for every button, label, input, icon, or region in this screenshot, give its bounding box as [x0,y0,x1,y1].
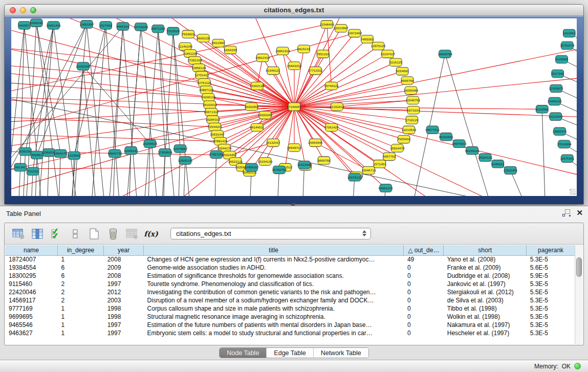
column-header-in_degree[interactable]: in_degree [57,245,103,255]
column-header-title[interactable]: title [144,245,404,255]
network-edge[interactable] [129,150,131,196]
network-node[interactable]: 10858124 [191,64,206,72]
float-panel-icon[interactable] [562,209,570,216]
network-node[interactable]: 20671312 [204,108,219,116]
network-canvas[interactable]: 9405571064248306914061065328715276028466… [11,18,577,196]
network-edge[interactable] [158,29,175,196]
table-row[interactable]: 1830029562008Estimation of significance … [5,272,575,280]
network-node[interactable]: 21053346 [76,62,91,70]
network-node[interactable]: 12213533 [402,126,417,134]
network-edge[interactable] [11,26,123,166]
window-resize-grip[interactable] [570,189,576,195]
network-node[interactable]: 18300295 [258,111,273,119]
table-row[interactable]: 1456911722003Disruption of a novel membe… [5,296,575,304]
network-node[interactable]: 10046756 [406,96,421,104]
tab-edge-table[interactable]: Edge Table [267,348,313,358]
tab-network-table[interactable]: Network Table [314,348,368,358]
network-edge[interactable] [86,25,104,196]
network-node[interactable]: 7485063 [361,35,374,43]
network-node[interactable]: 16861913 [275,47,290,55]
table-row[interactable]: 2242004622012Investigating the contribut… [5,288,575,296]
tab-node-table[interactable]: Node Table [220,348,267,358]
table-row[interactable]: 946362711997Embryonic stem cells: a mode… [5,329,575,337]
network-node[interactable]: 9227342 [551,70,564,77]
select-rows-button[interactable] [50,227,63,240]
network-node[interactable]: 17081334 [187,56,202,64]
show-columns-button[interactable] [31,227,44,240]
network-node[interactable]: 16782759 [272,166,287,173]
network-node[interactable]: 5873334 [407,106,420,114]
delete-column-button[interactable] [106,227,120,240]
network-node[interactable]: 15654945 [308,139,323,146]
row-height-button[interactable] [69,227,82,240]
network-node[interactable]: 16648784 [438,50,452,58]
network-edge[interactable] [113,154,115,196]
network-node[interactable]: 15843312 [287,62,302,70]
column-header-year[interactable]: year [104,245,144,255]
network-node[interactable]: 17359924 [158,148,172,156]
network-node[interactable]: 1112451 [563,29,575,37]
network-node[interactable]: 1064248 [30,19,43,27]
network-node[interactable]: 8660128 [197,34,210,42]
column-header-pagerank[interactable]: pagerank [527,245,575,255]
network-node[interactable]: 8912994 [212,39,225,47]
network-node[interactable]: 10719155 [134,23,148,31]
network-node[interactable]: 9457791 [383,152,396,160]
network-node[interactable]: 1654339 [224,46,237,54]
network-node[interactable]: 16914479 [390,144,405,152]
memory-status-icon[interactable] [574,363,581,369]
network-node[interactable]: 9154691 [396,67,409,75]
network-node[interactable]: 15075133 [347,173,362,181]
network-node[interactable]: 15154139 [258,158,273,165]
zoom-window-icon[interactable] [30,7,36,13]
network-node[interactable]: 9619131 [297,45,310,53]
network-node[interactable]: 7515526 [167,27,180,35]
network-node[interactable]: 14206134 [201,94,216,101]
network-node[interactable]: 12213967 [334,25,349,32]
network-node[interactable]: 17016504 [557,140,572,148]
network-node[interactable]: 7625402 [398,135,410,143]
network-node[interactable]: 17957253 [209,150,224,158]
network-node[interactable]: 16671355 [151,25,166,33]
network-node[interactable]: 17240051 [287,103,302,111]
network-edge[interactable] [11,167,243,169]
column-header-short[interactable]: short [444,245,527,255]
network-node[interactable]: 1571453 [374,160,386,168]
network-edge[interactable] [542,109,545,196]
network-edge[interactable] [294,107,577,177]
network-node[interactable]: 850561 [31,151,43,159]
minimize-window-icon[interactable] [20,7,26,13]
network-node[interactable]: 9245021 [491,160,504,168]
network-edge[interactable] [144,29,158,196]
network-node[interactable]: 8466160 [117,23,129,30]
network-node[interactable]: 72544021 [208,123,223,130]
network-node[interactable]: 11323448 [297,161,312,169]
network-edge[interactable] [179,148,180,196]
network-node[interactable]: 8995758 [401,77,414,84]
network-edge[interactable] [24,151,26,196]
network-node[interactable]: 11645193 [124,147,138,155]
network-node[interactable]: 16210643 [549,113,563,120]
network-edge[interactable] [36,23,59,196]
network-node[interactable]: 11912451 [503,166,517,174]
network-node[interactable]: 30867124 [199,86,214,94]
network-node[interactable]: 7851316 [317,50,330,58]
table-row[interactable]: 1938455462009Genome-wide association stu… [5,264,575,272]
network-node[interactable]: 16099489 [404,86,419,94]
network-edge[interactable] [184,161,185,196]
network-node[interactable]: 16132417 [266,139,281,146]
network-node[interactable]: 12161612 [330,103,344,111]
column-header-name[interactable]: name [5,245,57,255]
network-node[interactable]: 940557 [18,21,31,29]
window-titlebar[interactable]: citations_edges.txt [5,5,583,16]
network-edge[interactable] [294,80,407,106]
network-node[interactable]: 18549712 [287,144,302,151]
network-node[interactable]: 15812412 [255,54,270,61]
network-node[interactable]: 9129966 [555,55,568,63]
network-node[interactable]: 12505135 [178,157,193,164]
network-edge[interactable] [19,167,20,196]
network-edge[interactable] [215,155,216,196]
new-column-button[interactable] [88,227,101,240]
network-node[interactable]: 12444131 [548,97,562,105]
close-panel-icon[interactable]: ✕ [576,209,583,216]
